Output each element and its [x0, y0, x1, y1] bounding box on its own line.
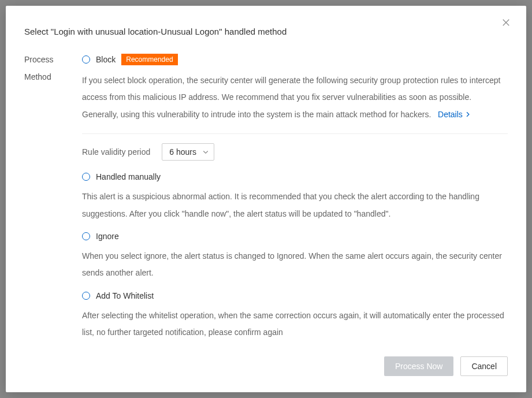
option-ignore-desc: When you select ignore, the alert status…: [82, 248, 508, 282]
process-method-label: Process Method: [24, 54, 82, 83]
label-line-2: Method: [24, 71, 82, 83]
modal-header: Select "Login with unusual location-Unus…: [6, 6, 526, 48]
rule-validity-label: Rule validity period: [82, 147, 150, 157]
radio-whitelist[interactable]: Add To Whitelist: [82, 291, 508, 300]
chevron-right-icon: [465, 111, 471, 117]
option-block-desc: If you select block operation, the secur…: [82, 72, 508, 123]
recommended-badge: Recommended: [121, 54, 177, 65]
process-method-options: Block Recommended If you select block op…: [82, 54, 508, 346]
radio-block[interactable]: Block Recommended: [82, 54, 508, 65]
option-manual: Handled manually This alert is a suspici…: [82, 172, 508, 222]
details-link-text: Details: [438, 106, 463, 123]
divider: [82, 133, 508, 134]
cancel-button[interactable]: Cancel: [460, 356, 508, 376]
modal-dialog: Select "Login with unusual location-Unus…: [6, 6, 526, 392]
option-manual-desc: This alert is a suspicious abnormal acti…: [82, 188, 508, 222]
radio-ignore[interactable]: Ignore: [82, 232, 508, 241]
process-now-button[interactable]: Process Now: [384, 356, 453, 376]
modal-footer: Process Now Cancel: [6, 346, 526, 392]
close-button[interactable]: [502, 18, 514, 30]
modal-title: Select "Login with unusual location-Unus…: [24, 27, 508, 36]
rule-validity-value: 6 hours: [169, 147, 196, 157]
rule-validity-select[interactable]: 6 hours: [162, 143, 214, 161]
process-method-row: Process Method Block Recommended If you …: [24, 54, 508, 346]
radio-manual[interactable]: Handled manually: [82, 172, 508, 181]
radio-ignore-label: Ignore: [96, 232, 119, 241]
chevron-down-icon: [202, 148, 209, 155]
radio-icon: [82, 232, 90, 240]
option-whitelist: Add To Whitelist After selecting the whi…: [82, 291, 508, 341]
radio-icon: [82, 292, 90, 300]
option-ignore: Ignore When you select ignore, the alert…: [82, 232, 508, 282]
radio-icon: [82, 55, 90, 64]
modal-body: Process Method Block Recommended If you …: [6, 48, 526, 346]
rule-validity-row: Rule validity period 6 hours: [82, 143, 508, 161]
option-block: Block Recommended If you select block op…: [82, 54, 508, 161]
option-whitelist-desc: After selecting the whitelist operation,…: [82, 307, 508, 341]
radio-block-label: Block: [96, 55, 116, 64]
radio-manual-label: Handled manually: [96, 172, 161, 181]
close-icon: [502, 18, 510, 27]
radio-icon: [82, 173, 90, 181]
radio-whitelist-label: Add To Whitelist: [96, 291, 154, 300]
details-link[interactable]: Details: [438, 106, 471, 123]
label-line-1: Process: [24, 54, 82, 65]
